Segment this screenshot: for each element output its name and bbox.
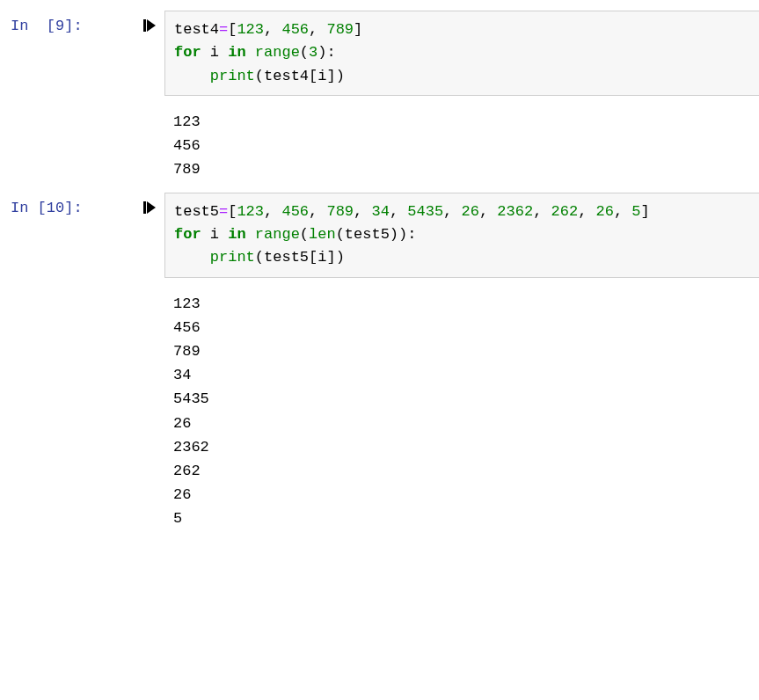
run-cell-icon[interactable]	[143, 19, 156, 32]
input-prompt-label: In [9]:	[11, 18, 83, 34]
run-cell-icon[interactable]	[143, 201, 156, 214]
svg-rect-2	[143, 201, 146, 214]
input-cell: In [10]: test5=[123, 456, 789, 34, 5435,…	[11, 193, 759, 278]
svg-marker-3	[147, 201, 156, 214]
content-column: 123 456 789	[164, 103, 759, 186]
input-cell: In [9]: test4=[123, 456, 789] for i in r…	[11, 11, 759, 96]
svg-rect-0	[143, 19, 146, 32]
prompt-column: In [10]:	[11, 193, 164, 278]
prompt-column	[11, 103, 164, 186]
prompt-column: In [9]:	[11, 11, 164, 96]
content-column: test4=[123, 456, 789] for i in range(3):…	[164, 11, 759, 96]
code-input-area[interactable]: test5=[123, 456, 789, 34, 5435, 26, 2362…	[164, 193, 759, 278]
output-cell: 123 456 789 34 5435 26 2362 262 26 5	[11, 285, 759, 535]
stdout-output: 123 456 789 34 5435 26 2362 262 26 5	[164, 285, 759, 535]
code-input-area[interactable]: test4=[123, 456, 789] for i in range(3):…	[164, 11, 759, 96]
stdout-output: 123 456 789	[164, 103, 759, 186]
svg-marker-1	[147, 19, 156, 32]
prompt-column	[11, 285, 164, 535]
content-column: 123 456 789 34 5435 26 2362 262 26 5	[164, 285, 759, 535]
input-prompt-label: In [10]:	[11, 200, 83, 216]
content-column: test5=[123, 456, 789, 34, 5435, 26, 2362…	[164, 193, 759, 278]
output-cell: 123 456 789	[11, 103, 759, 186]
